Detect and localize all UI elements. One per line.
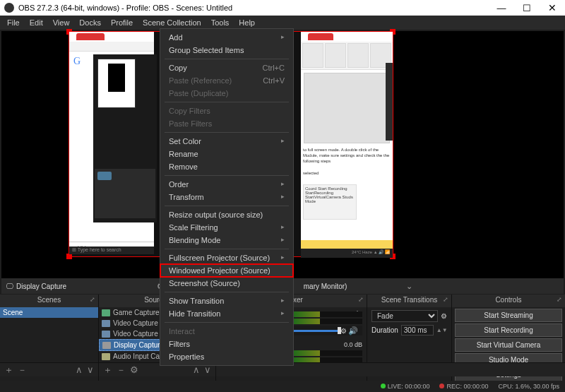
- stepper-icon[interactable]: ▲▼: [436, 327, 448, 333]
- context-menu-item: Paste Filters: [160, 117, 293, 130]
- gear-icon[interactable]: ⚙: [441, 312, 447, 320]
- maximize-button[interactable]: ☐: [514, 0, 540, 16]
- context-menu-item[interactable]: Set Color▸: [160, 135, 293, 148]
- popout-icon[interactable]: ⤢: [358, 296, 364, 303]
- context-menu-item: Paste (Duplicate): [160, 87, 293, 100]
- source-down-button[interactable]: ∨: [204, 364, 211, 375]
- menu-file[interactable]: File: [3, 17, 24, 28]
- add-source-button[interactable]: ＋: [103, 364, 112, 376]
- monitor-icon: 🖵: [6, 282, 13, 290]
- context-menu-item[interactable]: Properties: [160, 350, 293, 363]
- context-menu-item[interactable]: Fullscreen Projector (Source)▸: [160, 251, 293, 264]
- monitor-selector[interactable]: mary Monitor) ⌄: [299, 282, 417, 291]
- captured-window-left: G ▸ Videos ⊞ Type here to search: [69, 32, 154, 254]
- control-button[interactable]: Start Virtual Camera: [455, 338, 562, 352]
- menu-view[interactable]: View: [49, 17, 74, 28]
- control-button[interactable]: Start Recording: [455, 323, 562, 337]
- popout-icon[interactable]: ⤢: [557, 296, 562, 303]
- menu-tools[interactable]: Tools: [207, 17, 234, 28]
- duration-input[interactable]: [401, 325, 434, 335]
- transitions-panel-header: Scene Transitions⤢: [367, 295, 451, 307]
- context-menu-item[interactable]: Windowed Projector (Source): [160, 264, 293, 277]
- duration-label: Duration: [371, 326, 398, 334]
- source-properties-button[interactable]: ⚙: [130, 364, 138, 375]
- context-menu-item[interactable]: Resize output (source size): [160, 208, 293, 221]
- remove-source-button[interactable]: －: [117, 364, 126, 376]
- cpu-status: CPU: 1.6%, 30.00 fps: [498, 383, 559, 390]
- menu-docks[interactable]: Docks: [75, 17, 105, 28]
- captured-window-right: to full screen mode. A double click of t…: [301, 32, 393, 258]
- context-menu-item: Paste (Reference)Ctrl+V: [160, 74, 293, 87]
- close-button[interactable]: ✕: [540, 0, 565, 16]
- context-menu-item[interactable]: Group Selected Items: [160, 44, 293, 57]
- context-menu-item[interactable]: Blending Mode▸: [160, 234, 293, 247]
- source-type-icon: [102, 342, 111, 349]
- source-type-icon: [102, 331, 110, 338]
- menu-edit[interactable]: Edit: [25, 17, 47, 28]
- context-menu-item[interactable]: Filters: [160, 338, 293, 350]
- minimize-button[interactable]: —: [489, 0, 514, 16]
- add-scene-button[interactable]: ＋: [4, 364, 13, 376]
- menu-scene-collection[interactable]: Scene Collection: [138, 17, 206, 28]
- source-context-menu: Add▸Group Selected ItemsCopyCtrl+CPaste …: [160, 28, 294, 366]
- context-menu-item[interactable]: Transform▸: [160, 191, 293, 203]
- source-type-icon: [102, 353, 110, 360]
- menu-help[interactable]: Help: [234, 17, 259, 28]
- window-title: OBS 27.2.3 (64-bit, windows) - Profile: …: [18, 4, 489, 12]
- status-bar: LIVE: 00:00:00 REC: 00:00:00 CPU: 1.6%, …: [0, 381, 565, 392]
- context-menu-item[interactable]: Add▸: [160, 31, 293, 44]
- popout-icon[interactable]: ⤢: [443, 296, 448, 303]
- menubar: File Edit View Docks Profile Scene Colle…: [0, 16, 565, 30]
- chevron-down-icon: ⌄: [406, 282, 412, 291]
- scene-item[interactable]: Scene: [0, 307, 98, 318]
- scene-down-button[interactable]: ∨: [87, 364, 94, 375]
- context-menu-item: Interact: [160, 325, 293, 338]
- scene-up-button[interactable]: ∧: [76, 364, 83, 375]
- mixer-db: 0.0 dB: [344, 341, 362, 348]
- context-menu-item[interactable]: Order▸: [160, 178, 293, 191]
- live-status: LIVE: 00:00:00: [381, 383, 430, 390]
- source-type-icon: [102, 320, 110, 327]
- display-capture-label: 🖵 Display Capture: [1, 282, 71, 290]
- source-up-button[interactable]: ∧: [193, 364, 200, 375]
- menu-profile[interactable]: Profile: [107, 17, 137, 28]
- context-menu-item[interactable]: Scale Filtering▸: [160, 221, 293, 234]
- transition-select[interactable]: Fade: [371, 310, 438, 322]
- resize-handle-icon[interactable]: [66, 254, 72, 259]
- context-menu-item[interactable]: Hide Transition▸: [160, 307, 293, 320]
- gear-icon[interactable]: ⚙: [340, 327, 347, 335]
- window-titlebar: OBS 27.2.3 (64-bit, windows) - Profile: …: [0, 0, 565, 16]
- control-button[interactable]: Start Streaming: [455, 309, 562, 322]
- context-menu-item[interactable]: Screenshot (Source): [160, 277, 293, 290]
- controls-panel-header: Controls⤢: [452, 295, 565, 307]
- context-menu-item[interactable]: Remove: [160, 160, 293, 173]
- popout-icon[interactable]: ⤢: [90, 296, 95, 303]
- context-menu-item[interactable]: Rename: [160, 148, 293, 160]
- speaker-icon[interactable]: 🔊: [348, 326, 358, 335]
- source-type-icon: [102, 309, 110, 316]
- remove-scene-button[interactable]: －: [18, 364, 27, 376]
- obs-logo-icon: [4, 3, 14, 13]
- context-menu-item: Copy Filters: [160, 105, 293, 117]
- context-menu-item[interactable]: CopyCtrl+C: [160, 61, 293, 74]
- context-menu-item[interactable]: Show Transition▸: [160, 295, 293, 307]
- rec-status: REC: 00:00:00: [439, 383, 488, 390]
- scenes-panel-header: Scenes⤢: [0, 295, 98, 307]
